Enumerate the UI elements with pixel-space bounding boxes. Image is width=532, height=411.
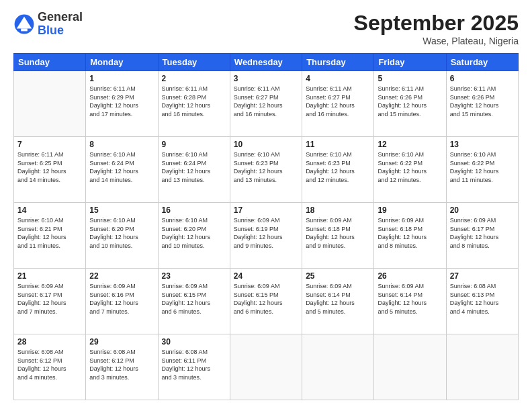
day-info: Sunrise: 6:10 AM Sunset: 6:22 PM Dayligh… — [378, 150, 442, 184]
calendar-cell: 3Sunrise: 6:11 AM Sunset: 6:27 PM Daylig… — [230, 71, 302, 137]
day-info: Sunrise: 6:08 AM Sunset: 6:11 PM Dayligh… — [162, 348, 226, 381]
logo-general: General — [38, 11, 83, 24]
calendar-cell: 29Sunrise: 6:08 AM Sunset: 6:12 PM Dayli… — [86, 334, 158, 400]
day-info: Sunrise: 6:09 AM Sunset: 6:15 PM Dayligh… — [162, 282, 226, 316]
logo: General Blue — [13, 11, 83, 38]
day-info: Sunrise: 6:09 AM Sunset: 6:14 PM Dayligh… — [306, 282, 370, 316]
day-number: 4 — [306, 74, 370, 83]
page: General Blue September 2025 Wase, Platea… — [0, 0, 532, 411]
subtitle: Wase, Plateau, Nigeria — [354, 36, 519, 46]
calendar-cell — [14, 71, 86, 137]
day-number: 16 — [162, 205, 226, 215]
svg-rect-2 — [21, 28, 28, 31]
calendar-cell: 25Sunrise: 6:09 AM Sunset: 6:14 PM Dayli… — [302, 269, 374, 334]
day-info: Sunrise: 6:08 AM Sunset: 6:12 PM Dayligh… — [17, 348, 82, 381]
calendar-cell: 17Sunrise: 6:09 AM Sunset: 6:19 PM Dayli… — [230, 203, 302, 269]
day-number: 5 — [378, 74, 442, 83]
day-info: Sunrise: 6:10 AM Sunset: 6:20 PM Dayligh… — [89, 216, 154, 250]
logo-text: General Blue — [38, 11, 83, 38]
day-number: 7 — [17, 140, 82, 149]
day-info: Sunrise: 6:11 AM Sunset: 6:26 PM Dayligh… — [378, 85, 442, 118]
day-number: 21 — [17, 271, 82, 281]
day-info: Sunrise: 6:10 AM Sunset: 6:21 PM Dayligh… — [17, 216, 82, 250]
day-info: Sunrise: 6:11 AM Sunset: 6:25 PM Dayligh… — [17, 150, 82, 184]
main-title: September 2025 — [354, 11, 519, 36]
calendar-cell: 24Sunrise: 6:09 AM Sunset: 6:15 PM Dayli… — [230, 269, 302, 334]
day-number: 29 — [89, 337, 154, 347]
calendar-cell — [374, 334, 446, 400]
day-number: 19 — [378, 205, 442, 215]
calendar-cell: 23Sunrise: 6:09 AM Sunset: 6:15 PM Dayli… — [158, 269, 230, 334]
calendar-cell: 1Sunrise: 6:11 AM Sunset: 6:29 PM Daylig… — [86, 71, 158, 137]
day-info: Sunrise: 6:09 AM Sunset: 6:14 PM Dayligh… — [378, 282, 442, 316]
calendar-cell: 14Sunrise: 6:10 AM Sunset: 6:21 PM Dayli… — [14, 203, 86, 269]
day-number: 30 — [162, 337, 226, 347]
day-number: 15 — [89, 205, 154, 215]
calendar-header-friday: Friday — [374, 54, 446, 71]
calendar-cell: 28Sunrise: 6:08 AM Sunset: 6:12 PM Dayli… — [14, 334, 86, 400]
calendar-header-sunday: Sunday — [14, 54, 86, 71]
day-number: 26 — [378, 271, 442, 281]
calendar-cell — [302, 334, 374, 400]
day-number: 2 — [162, 74, 226, 83]
calendar-header-monday: Monday — [86, 54, 158, 71]
day-number: 24 — [234, 271, 298, 281]
title-block: September 2025 Wase, Plateau, Nigeria — [354, 11, 519, 46]
day-number: 28 — [17, 337, 82, 347]
day-number: 10 — [234, 140, 298, 149]
calendar-cell: 26Sunrise: 6:09 AM Sunset: 6:14 PM Dayli… — [374, 269, 446, 334]
week-row-5: 28Sunrise: 6:08 AM Sunset: 6:12 PM Dayli… — [14, 334, 519, 400]
calendar-header-row: SundayMondayTuesdayWednesdayThursdayFrid… — [14, 54, 519, 71]
calendar-cell: 10Sunrise: 6:10 AM Sunset: 6:23 PM Dayli… — [230, 137, 302, 203]
day-number: 20 — [450, 205, 515, 215]
day-number: 11 — [306, 140, 370, 149]
calendar-cell: 16Sunrise: 6:10 AM Sunset: 6:20 PM Dayli… — [158, 203, 230, 269]
day-number: 17 — [234, 205, 298, 215]
week-row-4: 21Sunrise: 6:09 AM Sunset: 6:17 PM Dayli… — [14, 269, 519, 334]
calendar-cell: 15Sunrise: 6:10 AM Sunset: 6:20 PM Dayli… — [86, 203, 158, 269]
day-info: Sunrise: 6:09 AM Sunset: 6:19 PM Dayligh… — [234, 216, 298, 250]
logo-blue: Blue — [38, 24, 83, 38]
day-number: 22 — [89, 271, 154, 281]
day-info: Sunrise: 6:10 AM Sunset: 6:24 PM Dayligh… — [162, 150, 226, 184]
day-info: Sunrise: 6:11 AM Sunset: 6:27 PM Dayligh… — [306, 85, 370, 118]
calendar-cell: 12Sunrise: 6:10 AM Sunset: 6:22 PM Dayli… — [374, 137, 446, 203]
calendar-cell: 27Sunrise: 6:08 AM Sunset: 6:13 PM Dayli… — [446, 269, 518, 334]
calendar-cell: 7Sunrise: 6:11 AM Sunset: 6:25 PM Daylig… — [14, 137, 86, 203]
calendar-cell — [230, 334, 302, 400]
week-row-1: 1Sunrise: 6:11 AM Sunset: 6:29 PM Daylig… — [14, 71, 519, 137]
day-number: 9 — [162, 140, 226, 149]
day-info: Sunrise: 6:10 AM Sunset: 6:23 PM Dayligh… — [306, 150, 370, 184]
calendar-cell: 8Sunrise: 6:10 AM Sunset: 6:24 PM Daylig… — [86, 137, 158, 203]
calendar-cell: 21Sunrise: 6:09 AM Sunset: 6:17 PM Dayli… — [14, 269, 86, 334]
calendar-header-thursday: Thursday — [302, 54, 374, 71]
calendar-cell: 13Sunrise: 6:10 AM Sunset: 6:22 PM Dayli… — [446, 137, 518, 203]
day-info: Sunrise: 6:11 AM Sunset: 6:28 PM Dayligh… — [162, 85, 226, 118]
calendar-cell: 19Sunrise: 6:09 AM Sunset: 6:18 PM Dayli… — [374, 203, 446, 269]
calendar-header-tuesday: Tuesday — [158, 54, 230, 71]
day-info: Sunrise: 6:10 AM Sunset: 6:24 PM Dayligh… — [89, 150, 154, 184]
day-number: 3 — [234, 74, 298, 83]
day-info: Sunrise: 6:09 AM Sunset: 6:18 PM Dayligh… — [306, 216, 370, 250]
day-number: 25 — [306, 271, 370, 281]
calendar-cell: 11Sunrise: 6:10 AM Sunset: 6:23 PM Dayli… — [302, 137, 374, 203]
calendar-cell: 18Sunrise: 6:09 AM Sunset: 6:18 PM Dayli… — [302, 203, 374, 269]
day-info: Sunrise: 6:11 AM Sunset: 6:26 PM Dayligh… — [450, 85, 515, 118]
day-number: 14 — [17, 205, 82, 215]
calendar-header-saturday: Saturday — [446, 54, 518, 71]
day-number: 6 — [450, 74, 515, 83]
day-number: 27 — [450, 271, 515, 281]
week-row-2: 7Sunrise: 6:11 AM Sunset: 6:25 PM Daylig… — [14, 137, 519, 203]
day-info: Sunrise: 6:10 AM Sunset: 6:20 PM Dayligh… — [162, 216, 226, 250]
logo-icon — [13, 13, 35, 35]
day-number: 8 — [89, 140, 154, 149]
day-number: 18 — [306, 205, 370, 215]
calendar-table: SundayMondayTuesdayWednesdayThursdayFrid… — [13, 53, 519, 400]
day-info: Sunrise: 6:09 AM Sunset: 6:17 PM Dayligh… — [450, 216, 515, 250]
calendar-cell: 6Sunrise: 6:11 AM Sunset: 6:26 PM Daylig… — [446, 71, 518, 137]
day-info: Sunrise: 6:08 AM Sunset: 6:12 PM Dayligh… — [89, 348, 154, 381]
day-info: Sunrise: 6:08 AM Sunset: 6:13 PM Dayligh… — [450, 282, 515, 316]
calendar-header-wednesday: Wednesday — [230, 54, 302, 71]
day-info: Sunrise: 6:10 AM Sunset: 6:23 PM Dayligh… — [234, 150, 298, 184]
day-info: Sunrise: 6:09 AM Sunset: 6:15 PM Dayligh… — [234, 282, 298, 316]
